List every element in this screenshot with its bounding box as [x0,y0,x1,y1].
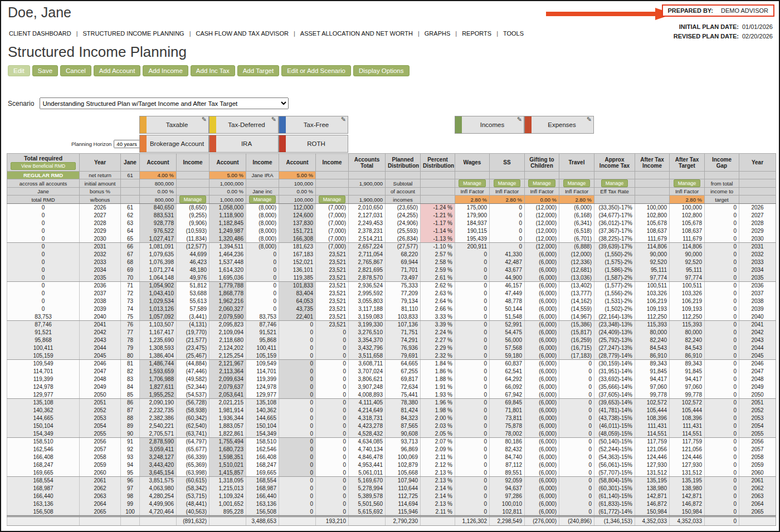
nav-item-reports[interactable]: REPORTS [462,30,491,37]
tab-ira[interactable]: IRA [209,135,279,153]
cell: 70 [121,274,140,282]
cell: 3,354,370 [349,336,386,344]
nav-item-structured-income-planning[interactable]: STRUCTURED INCOME PLANNING [83,30,184,37]
cell: 2035 [739,274,776,282]
cell: 54,475 [490,329,525,336]
add-inc-tax-button[interactable]: Add Inc Tax [191,65,235,76]
cell: 1,955,252 [140,391,177,399]
cell: 3,851,575 [140,477,177,485]
cell: 1,962,216 [209,297,246,305]
manage-button[interactable]: Manage [494,179,521,187]
manage-button[interactable]: Manage [319,196,346,203]
total-cell [349,516,386,525]
cell: 83,753 [246,313,279,321]
header-cell [246,179,279,188]
cell: 57,568 [490,344,525,352]
nav-item-tools[interactable]: TOOLS [503,30,524,37]
cell: 976,522 [140,227,177,235]
nav-item-asset-allocation-and-net-worth[interactable]: ASSET ALLOCATION AND NET WORTH [300,30,413,37]
cell: 0 [455,485,490,492]
cell: (10,593) [177,227,209,235]
cancel-button[interactable]: Cancel [60,65,91,76]
cell: 99 [121,500,140,508]
tab-tax-deferred[interactable]: Tax-Deferred✎ [209,116,279,134]
view-beneficial-rmd-button[interactable]: View Beneficial RMD [11,162,75,170]
cell: 2061 [739,477,776,485]
scenario-select[interactable]: Understanding Structured Plan w/Target I… [40,97,289,109]
tab-taxable[interactable]: Taxable✎ [139,116,209,134]
cell: (27,247)-13% [594,344,635,352]
cell: 0 [559,477,594,485]
pencil-icon[interactable]: ✎ [587,116,592,123]
edit-or-add-scenario-button[interactable]: Edit or Add Scenario [281,65,351,76]
add-target-button[interactable]: Add Target [237,65,279,76]
cell: (63,741) [177,430,209,438]
manage-button[interactable]: Manage [249,196,276,203]
cell: 89,343 [635,360,670,368]
cell: 86 [121,399,140,407]
cell: 2,118,680 [209,336,246,344]
tab-tax-free[interactable]: Tax-Free✎ [279,116,348,134]
total-cell: 1,126,302 [455,516,490,525]
pencil-icon[interactable]: ✎ [271,116,276,123]
cell: (7,000) [316,219,349,227]
tab-incomes[interactable]: Incomes✎ [455,116,524,134]
cell: 2060 [80,469,121,477]
cell: (52,244)-15% [594,446,635,453]
save-button[interactable]: Save [32,65,58,76]
cell: (1,502)-2% [594,305,635,313]
cell: 0 [705,352,739,360]
cell: 2.57 % [421,251,455,258]
nav-item-cash-flow-and-tax-advisor[interactable]: CASH FLOW AND TAX ADVISOR [196,30,289,37]
nav-item-client-dashboard[interactable]: CLIENT DASHBOARD [9,30,71,37]
cell: 1,308,593 [140,344,177,352]
tab-expenses[interactable]: Expenses✎ [524,116,594,134]
cell: 0 [705,258,739,266]
cell: 77,209 [386,290,421,297]
cell: 80 [121,352,140,360]
manage-button[interactable]: Manage [179,196,207,203]
cell: (14,162) [559,297,594,305]
cell: 2,053,641 [209,391,246,399]
manage-button[interactable]: Manage [528,179,555,187]
cell: 2.14 % [421,485,455,492]
display-options-button[interactable]: Display Options [353,65,410,76]
nav-item-graphs[interactable]: GRAPHS [425,30,450,37]
cell: 1,486,744 [140,360,177,368]
pencil-icon[interactable]: ✎ [202,116,207,123]
main-nav: CLIENT DASHBOARD|STRUCTURED INCOME PLANN… [9,30,524,37]
cell: 2027 [739,212,776,219]
cell: 0 [705,391,739,399]
initial-plan-date-label: INITIAL PLAN DATE: [679,23,739,30]
table-row: 162,5462057923,059,411(65,677)1,680,7231… [7,446,776,453]
cell: (34,677)-17% [594,212,635,219]
pencil-icon[interactable]: ✎ [341,116,346,123]
cell: (6,000) [525,453,559,461]
cell: 78 [121,336,140,344]
add-account-button[interactable]: Add Account [94,65,141,76]
tab-roth[interactable]: ROTH [279,135,348,153]
header-cell: Income [316,154,349,172]
cell: (7,000) [316,235,349,243]
cell: 69 [121,266,140,274]
cell: 83,753 [7,313,80,321]
header-cell [177,179,209,188]
manage-button[interactable]: Manage [563,179,591,187]
cell: (6,518) [559,227,594,235]
manage-button[interactable]: Manage [459,179,486,187]
header-cell [739,179,776,188]
pencil-icon[interactable]: ✎ [517,116,522,123]
edit-button[interactable]: Edit [8,65,30,76]
cell: 23,521 [316,282,349,290]
cell: 102,800 [635,212,670,219]
cell: 64 [121,227,140,235]
add-income-button[interactable]: Add Income [143,65,188,76]
tab-brokerage-account[interactable]: Brokerage Account [139,135,209,153]
cell: (44,884) [177,360,209,368]
manage-button[interactable]: Manage [674,179,701,187]
manage-button[interactable]: Manage [601,179,628,187]
cell: 0 [455,391,490,399]
header-cell: Manage [316,196,349,204]
cell: 92,520 [670,258,705,266]
cell: 0 [279,391,316,399]
